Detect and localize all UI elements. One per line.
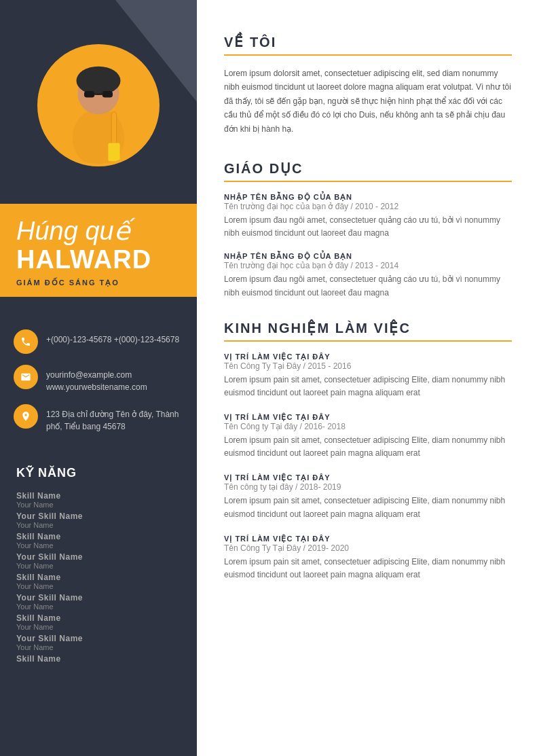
skill-name: Your Skill Name xyxy=(16,511,181,521)
work-item: VỊ TRÍ LÀM VIỆC TẠI ĐÂY Tên Công Ty Tại … xyxy=(224,353,512,399)
education-section: GIÁO DỤC NHẬP TÊN BẰNG ĐỘ CỦA BẠN Tên tr… xyxy=(224,160,512,300)
skill-sub: Your Name xyxy=(16,521,181,529)
skill-name: Skill Name xyxy=(16,491,181,501)
svg-rect-5 xyxy=(84,91,94,98)
skill-sub: Your Name xyxy=(16,541,181,550)
skill-item: Skill NameYour Name xyxy=(16,613,181,631)
skills-section: KỸ NĂNG Skill NameYour NameYour Skill Na… xyxy=(0,452,197,680)
skills-title: KỸ NĂNG xyxy=(16,465,181,480)
skill-name: Skill Name xyxy=(16,654,181,664)
skill-name: Your Skill Name xyxy=(16,593,181,602)
edu-school: Tên trường đại học của bạn ở đây / 2013 … xyxy=(224,261,512,270)
work-desc: Lorem ipsum pain sit amet, consectetuer … xyxy=(224,374,512,399)
skills-list: Skill NameYour NameYour Skill NameYour N… xyxy=(16,491,181,664)
work-desc: Lorem ipsum pain sit amet, consectetuer … xyxy=(224,556,512,581)
skill-name: Skill Name xyxy=(16,613,181,623)
work-position: VỊ TRÍ LÀM VIỆC TẠI ĐÂY xyxy=(224,535,512,543)
work-position: VỊ TRÍ LÀM VIỆC TẠI ĐÂY xyxy=(224,353,512,361)
work-item: VỊ TRÍ LÀM VIỆC TẠI ĐÂY Tên Công Ty Tại … xyxy=(224,535,512,581)
skill-sub: Your Name xyxy=(16,623,181,631)
phone-icon xyxy=(14,329,38,354)
edu-desc: Lorem ipsum đau ngôi amet, consectetuer … xyxy=(224,273,512,299)
contact-section: +(000)-123-45678 +(000)-123-45678 yourin… xyxy=(0,297,197,452)
address-text: 123 Địa chỉ đường Tên ở đây, Thành phố, … xyxy=(46,404,183,433)
skill-item: Your Skill NameYour Name xyxy=(16,593,181,611)
skill-item: Your Skill NameYour Name xyxy=(16,634,181,651)
name-banner: Húng quế HALWARD GIÁM ĐỐC SÁNG TẠO xyxy=(0,204,197,297)
work-company: Tên công ty tại đây / 2018- 2019 xyxy=(224,482,512,492)
work-company: Tên Công Ty Tại Đây / 2015 - 2016 xyxy=(224,361,512,371)
contact-phone: +(000)-123-45678 +(000)-123-45678 xyxy=(0,324,197,359)
skill-name: Your Skill Name xyxy=(16,552,181,562)
email-text: yourinfo@example.comwww.yourwebsitename.… xyxy=(46,365,147,393)
work-item: VỊ TRÍ LÀM VIỆC TẠI ĐÂY Tên công ty tại … xyxy=(224,473,512,520)
sidebar: Húng quế HALWARD GIÁM ĐỐC SÁNG TẠO +(000… xyxy=(0,0,197,756)
edu-degree: NHẬP TÊN BẰNG ĐỘ CỦA BẠN xyxy=(224,252,512,261)
skill-item: Skill NameYour Name xyxy=(16,573,181,590)
skill-sub: Your Name xyxy=(16,582,181,590)
skill-item: Skill NameYour Name xyxy=(16,491,181,509)
education-item: NHẬP TÊN BẰNG ĐỘ CỦA BẠN Tên trường đại … xyxy=(224,193,512,240)
photo-area xyxy=(0,0,197,211)
work-position: VỊ TRÍ LÀM VIỆC TẠI ĐÂY xyxy=(224,473,512,482)
job-title: GIÁM ĐỐC SÁNG TẠO xyxy=(16,278,181,287)
about-text: Lorem ipsum dolorsit amet, consectetuer … xyxy=(224,67,512,136)
work-section: KINH NGHIỆM LÀM VIỆC VỊ TRÍ LÀM VIỆC TẠI… xyxy=(224,320,512,582)
skill-name: Your Skill Name xyxy=(16,634,181,643)
svg-rect-6 xyxy=(103,91,113,98)
contact-email: yourinfo@example.comwww.yourwebsitename.… xyxy=(0,359,197,399)
skill-item: Skill NameYour Name xyxy=(16,532,181,550)
first-name: Húng quế xyxy=(16,217,181,246)
resume-page: Húng quế HALWARD GIÁM ĐỐC SÁNG TẠO +(000… xyxy=(0,0,539,756)
work-company: Tên Công Ty Tại Đây / 2019- 2020 xyxy=(224,543,512,553)
work-desc: Lorem ipsum pain sit amet, consectetuer … xyxy=(224,494,512,520)
skill-item: Skill Name xyxy=(16,654,181,664)
svg-point-4 xyxy=(77,67,121,95)
edu-school: Tên trường đại học của bạn ở đây / 2010 … xyxy=(224,202,512,211)
phone-text: +(000)-123-45678 +(000)-123-45678 xyxy=(46,329,179,346)
work-company: Tên Công ty Tại đây / 2016- 2018 xyxy=(224,422,512,431)
main-content: VỀ TÔI Lorem ipsum dolorsit amet, consec… xyxy=(197,0,539,756)
skill-item: Your Skill NameYour Name xyxy=(16,552,181,570)
work-position: VỊ TRÍ LÀM VIỆC TẠI ĐÂY xyxy=(224,413,512,422)
work-list: VỊ TRÍ LÀM VIỆC TẠI ĐÂY Tên Công Ty Tại … xyxy=(224,353,512,582)
svg-rect-9 xyxy=(108,143,119,161)
last-name: HALWARD xyxy=(16,246,181,274)
svg-rect-8 xyxy=(111,112,117,145)
skill-name: Skill Name xyxy=(16,573,181,582)
skill-sub: Your Name xyxy=(16,562,181,570)
work-item: VỊ TRÍ LÀM VIỆC TẠI ĐÂY Tên Công ty Tại … xyxy=(224,413,512,460)
education-list: NHẬP TÊN BẰNG ĐỘ CỦA BẠN Tên trường đại … xyxy=(224,193,512,300)
about-title: VỀ TÔI xyxy=(224,34,512,56)
contact-address: 123 Địa chỉ đường Tên ở đây, Thành phố, … xyxy=(0,399,197,438)
about-section: VỀ TÔI Lorem ipsum dolorsit amet, consec… xyxy=(224,34,512,136)
skill-sub: Your Name xyxy=(16,602,181,611)
work-desc: Lorem ipsum pain sit amet, consectetuer … xyxy=(224,434,512,460)
education-item: NHẬP TÊN BẰNG ĐỘ CỦA BẠN Tên trường đại … xyxy=(224,252,512,299)
education-title: GIÁO DỤC xyxy=(224,160,512,182)
skill-item: Your Skill NameYour Name xyxy=(16,511,181,529)
edu-desc: Lorem ipsum đau ngôi amet, consectetuer … xyxy=(224,214,512,240)
profile-photo xyxy=(37,44,160,166)
skill-name: Skill Name xyxy=(16,532,181,541)
edu-degree: NHẬP TÊN BẰNG ĐỘ CỦA BẠN xyxy=(224,193,512,202)
email-icon xyxy=(14,365,38,389)
skill-sub: Your Name xyxy=(16,643,181,651)
location-icon xyxy=(14,404,38,429)
skill-sub: Your Name xyxy=(16,501,181,509)
work-title: KINH NGHIỆM LÀM VIỆC xyxy=(224,320,512,342)
